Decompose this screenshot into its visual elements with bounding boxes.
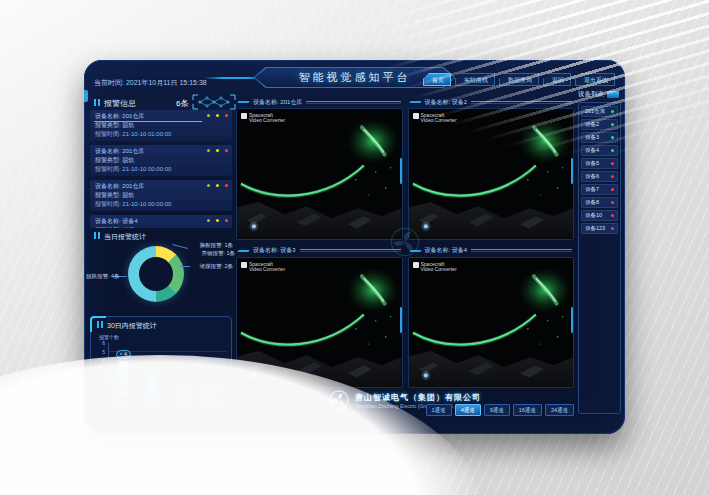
- donut-leader-line: [172, 244, 188, 249]
- device-list-item[interactable]: 设备4: [581, 145, 618, 156]
- device-status-dot: [611, 149, 614, 152]
- status-dots: [207, 149, 228, 152]
- nav-button-label: 退出系统: [584, 77, 608, 83]
- title-slash-decor: [237, 250, 249, 252]
- channel-button[interactable]: 1通道: [426, 404, 452, 416]
- nav-button[interactable]: 首页: [423, 73, 451, 86]
- title-slash-decor: [409, 250, 421, 252]
- device-name: 设备4: [585, 147, 599, 154]
- channel-button[interactable]: 4通道: [455, 404, 481, 416]
- watermark-icon: [413, 262, 419, 268]
- device-status-dot: [611, 136, 614, 139]
- bar: [119, 361, 128, 396]
- device-status-dot: [611, 227, 614, 230]
- video-feed[interactable]: Spacecraft Video Converter: [236, 257, 403, 389]
- edge-accent-chip: [84, 90, 88, 102]
- nav-button[interactable]: 数据查询: [499, 73, 539, 86]
- bar-value-badge: 2: [145, 368, 160, 377]
- bar-category-label: 脱轨: [110, 400, 136, 406]
- alarm-card[interactable]: 设备名称: 设备4 报警类型: 堵煤 报警时间: 21-10-10 00:00:…: [90, 215, 232, 228]
- company-logo-icon: [329, 390, 349, 410]
- donut-ring: [128, 246, 184, 302]
- dashboard-panel: 当前时间: 2021年10月11日 15:15:38 智能视觉感知平台 首页 实…: [84, 60, 625, 434]
- video-panel-title-bar: 设备名称: 201仓库: [236, 96, 403, 108]
- device-list-panel: 设备列表 201仓库 设备2 设备3 设备4 设备5 设备6 设备7 设备8 设…: [578, 90, 621, 420]
- device-status-dot: [611, 201, 614, 204]
- device-name: 设备5: [585, 160, 599, 167]
- device-name: 设备10: [585, 212, 602, 219]
- alarm-card[interactable]: 设备名称: 201仓库 报警类型: 脱轨 报警时间: 21-10-10 00:0…: [90, 180, 232, 211]
- alarm-card[interactable]: 设备名称: 201仓库 报警类型: 脱轨 报警时间: 21-10-10 00:0…: [90, 145, 232, 176]
- watermark-icon: [241, 113, 247, 119]
- device-list-item[interactable]: 设备2: [581, 119, 618, 130]
- device-name: 201仓库: [585, 108, 605, 115]
- device-list-item[interactable]: 设备8: [581, 197, 618, 208]
- video-watermark: Spacecraft Video Converter: [241, 113, 285, 123]
- video-feed[interactable]: Spacecraft Video Converter: [408, 257, 575, 389]
- alarm-list: 设备名称: 201仓库 报警类型: 脱轨 报警时间: 21-10-10 01:0…: [90, 110, 232, 228]
- video-panel: 设备名称: 201仓库: [236, 96, 403, 240]
- device-list-action-button[interactable]: [607, 91, 619, 98]
- bar-category-label: 异物: [169, 400, 195, 406]
- status-dots: [207, 219, 228, 222]
- video-panel-title: 设备名称: 设备4: [425, 246, 468, 255]
- device-list-item[interactable]: 设备5: [581, 158, 618, 169]
- y-tick-label: 3: [93, 367, 105, 373]
- bar-group: 0: [169, 343, 195, 396]
- video-feed[interactable]: Spacecraft Video Converter: [408, 108, 575, 240]
- bar-category-label: 堵煤: [139, 400, 165, 406]
- bar-value-badge: 4: [116, 350, 131, 359]
- device-list-item[interactable]: 设备123: [581, 223, 618, 234]
- bar-category-label: 纵向撕裂: [198, 400, 224, 406]
- device-list-item[interactable]: 设备3: [581, 132, 618, 143]
- page-title: 智能视觉感知平台: [299, 70, 411, 85]
- device-list-item[interactable]: 设备6: [581, 171, 618, 182]
- nav-button[interactable]: 返回: [543, 73, 571, 86]
- device-list-title: 设备列表: [578, 90, 604, 99]
- device-list-item[interactable]: 设备10: [581, 210, 618, 221]
- channel-button[interactable]: 16通道: [513, 404, 542, 416]
- bar-chart-yticks: 6543210: [93, 340, 105, 400]
- screen: 唐山智诚电气（集团）有限公司 当前时间: 2021年10月11日 15:15:3…: [0, 0, 709, 495]
- device-list-item[interactable]: 设备7: [581, 184, 618, 195]
- channel-button-label: 16通道: [519, 407, 536, 413]
- title-line-decor: [471, 101, 572, 104]
- channel-button[interactable]: 9通道: [484, 404, 510, 416]
- y-tick-label: 1: [93, 385, 105, 391]
- video-panel-title-bar: 设备名称: 设备4: [408, 245, 575, 257]
- channel-button-label: 24通道: [551, 407, 568, 413]
- alarm-count-badge: 6条: [176, 98, 188, 109]
- video-feed[interactable]: Spacecraft Video Converter: [236, 108, 403, 240]
- device-list-item[interactable]: 201仓库: [581, 106, 618, 117]
- y-tick-label: 4: [93, 358, 105, 364]
- watermark-icon: [413, 113, 419, 119]
- alarm-card[interactable]: 设备名称: 201仓库 报警类型: 脱轨 报警时间: 21-10-10 01:0…: [90, 110, 232, 141]
- watermark-icon: [241, 262, 247, 268]
- channel-button[interactable]: 24通道: [545, 404, 574, 416]
- device-name: 设备6: [585, 173, 599, 180]
- video-scene: [237, 109, 402, 239]
- monthly-stats-title: 30日内报警统计: [97, 321, 157, 331]
- video-watermark: Spacecraft Video Converter: [413, 262, 457, 272]
- channel-buttons: 1通道 4通道 9通道 16通道 24通道: [426, 404, 574, 416]
- device-name: 设备2: [585, 121, 599, 128]
- network-nodes-icon: [192, 94, 236, 110]
- status-dots: [207, 184, 228, 187]
- title-slash-decor: [409, 101, 421, 103]
- nav-button-label: 数据查询: [508, 77, 532, 83]
- device-status-dot: [611, 214, 614, 217]
- y-tick-label: 2: [93, 376, 105, 382]
- title-line-decor: [471, 249, 572, 252]
- bar-group: 4: [111, 343, 137, 396]
- watermark-line2: Video Converter: [421, 267, 457, 272]
- video-grid: 设备名称: 201仓库: [236, 96, 574, 388]
- watermark-line2: Video Converter: [249, 118, 285, 123]
- nav-button[interactable]: 退出系统: [575, 73, 615, 86]
- bar-value-badge: 0: [175, 385, 190, 394]
- nav-button[interactable]: 实时曲线: [455, 73, 495, 86]
- device-list: 201仓库 设备2 设备3 设备4 设备5 设备6 设备7 设备8 设备10 设…: [578, 102, 621, 414]
- device-name: 设备7: [585, 186, 599, 193]
- video-panel: 设备名称: 设备4: [408, 245, 575, 389]
- daily-alarm-donut-chart: 脱轨报警: 4条堵煤报警: 2条异物报警: 1条撕裂报警: 1条: [88, 242, 234, 308]
- device-status-dot: [611, 162, 614, 165]
